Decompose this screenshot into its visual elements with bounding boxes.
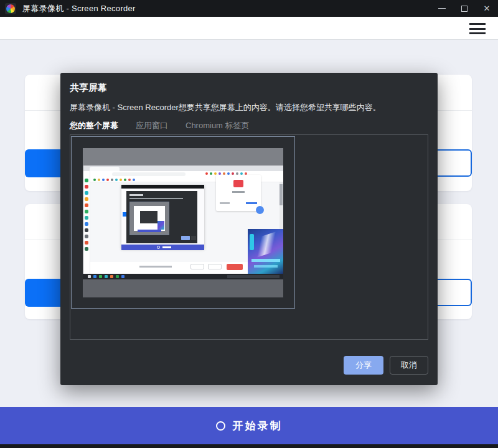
window-controls: ✕ bbox=[431, 0, 498, 17]
mini-browser-window bbox=[83, 166, 283, 274]
dialog-description: 屏幕录像机 - Screen Recorder想要共享您屏幕上的内容。请选择您希… bbox=[70, 102, 381, 113]
mini-artwork-streak bbox=[250, 231, 282, 258]
mini-thumbnail bbox=[129, 202, 169, 235]
mini-share-dialog bbox=[126, 191, 197, 243]
mini-footer-download-button bbox=[227, 264, 243, 270]
titlebar: 屏幕录像机 - Screen Recorder ✕ bbox=[0, 0, 498, 17]
start-recording-label: 开始录制 bbox=[233, 419, 283, 433]
cancel-button[interactable]: 取消 bbox=[390, 356, 428, 375]
mini-browser-tab bbox=[90, 167, 120, 171]
mini-footer-button-1 bbox=[190, 264, 204, 269]
tab-application-window[interactable]: 应用窗口 bbox=[136, 120, 168, 131]
mini-nested-screenshot bbox=[134, 206, 165, 231]
mini-record-label bbox=[162, 246, 171, 248]
mini-footer-button-2 bbox=[208, 264, 222, 269]
mini-desktop-bottom bbox=[83, 279, 283, 297]
mini-nested-artwork bbox=[157, 221, 164, 230]
screen-preview-image bbox=[83, 148, 283, 297]
mini-scrollbar-thumb bbox=[280, 184, 283, 205]
tab-chromium-tab[interactable]: Chromium 标签页 bbox=[186, 120, 250, 131]
mini-artwork-title bbox=[251, 259, 280, 262]
mini-dialog-title bbox=[129, 194, 143, 196]
dialog-title: 共享屏幕 bbox=[70, 82, 107, 94]
close-button[interactable]: ✕ bbox=[476, 0, 498, 17]
record-circle-icon bbox=[216, 421, 225, 431]
maximize-icon bbox=[461, 6, 467, 12]
minimize-button[interactable] bbox=[431, 0, 453, 17]
mini-browser-tabstrip bbox=[83, 166, 283, 171]
mini-promo-link-right bbox=[246, 202, 257, 204]
mini-artwork-subtitle bbox=[254, 265, 278, 268]
share-button[interactable]: 分享 bbox=[344, 356, 383, 375]
toolbar bbox=[0, 17, 498, 40]
mini-bookmark-icons bbox=[93, 179, 135, 181]
mini-recorder-app bbox=[121, 185, 204, 249]
dialog-tabs: 您的整个屏幕 应用窗口 Chromium 标签页 bbox=[70, 120, 250, 131]
mini-nested-dialog bbox=[140, 211, 157, 223]
mini-cancel-button bbox=[191, 236, 196, 240]
mini-artwork-badge bbox=[250, 234, 254, 250]
pinwheel-icon bbox=[6, 4, 15, 13]
mini-promo-card bbox=[216, 175, 261, 211]
window-bottom-edge bbox=[0, 444, 498, 448]
maximize-button[interactable] bbox=[453, 0, 476, 17]
mini-taskbar bbox=[83, 274, 283, 279]
mini-promo-red-icon bbox=[233, 180, 243, 187]
mini-dialog-text bbox=[129, 198, 183, 199]
mini-address-bar bbox=[112, 172, 186, 176]
mini-promo-link-left bbox=[220, 202, 230, 204]
mini-artwork-banner bbox=[248, 229, 283, 274]
mini-share-button bbox=[181, 236, 190, 240]
share-screen-dialog: 共享屏幕 屏幕录像机 - Screen Recorder想要共享您屏幕上的内容。… bbox=[60, 73, 438, 385]
start-recording-button[interactable]: 开始录制 bbox=[0, 407, 498, 444]
mini-promo-text bbox=[232, 191, 245, 193]
mini-record-bar bbox=[121, 245, 204, 250]
window-title: 屏幕录像机 - Screen Recorder bbox=[22, 3, 136, 14]
mini-sidebar-icons bbox=[83, 171, 90, 274]
dialog-actions: 分享 取消 bbox=[344, 356, 428, 375]
app-icon bbox=[5, 3, 16, 14]
mini-chat-bubble bbox=[256, 206, 264, 214]
screen-list-panel bbox=[70, 134, 428, 340]
mini-desktop-wallpaper bbox=[83, 148, 283, 166]
hamburger-menu-icon[interactable] bbox=[469, 22, 486, 35]
mini-app-titlebar bbox=[121, 185, 204, 189]
mini-record-circle-icon bbox=[157, 246, 160, 249]
mini-footer-text bbox=[139, 266, 172, 268]
tab-entire-screen[interactable]: 您的整个屏幕 bbox=[70, 120, 118, 131]
screen-1-thumbnail[interactable] bbox=[71, 136, 295, 309]
mini-system-tray bbox=[227, 275, 280, 278]
mini-nested-record-bar bbox=[138, 230, 161, 232]
minimize-icon bbox=[438, 8, 446, 9]
